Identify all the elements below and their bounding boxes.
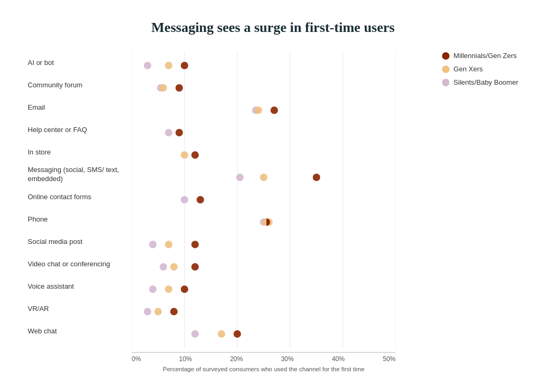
- svg-point-11: [175, 84, 183, 92]
- row-label-12: Web chat: [28, 320, 132, 342]
- svg-point-26: [149, 241, 157, 248]
- svg-point-40: [234, 330, 241, 338]
- x-tick-4: 40%: [332, 355, 344, 363]
- legend-label-mill: Millennials/Gen Zers: [454, 52, 517, 60]
- svg-point-27: [165, 241, 172, 248]
- svg-point-38: [191, 330, 199, 338]
- svg-point-6: [144, 62, 151, 69]
- svg-point-28: [191, 241, 199, 248]
- svg-point-17: [181, 151, 188, 159]
- svg-point-21: [313, 174, 320, 181]
- x-tick-1: 10%: [179, 355, 192, 363]
- legend: Millennials/Gen Zers Gen Xers Silents/Ba…: [442, 52, 518, 86]
- svg-point-29: [159, 263, 167, 271]
- svg-point-16: [175, 129, 183, 136]
- svg-point-23: [197, 196, 204, 203]
- svg-point-14: [270, 107, 278, 114]
- legend-dot-genx: [442, 66, 449, 73]
- legend-label-silent: Silents/Baby Boomer: [454, 78, 518, 86]
- svg-point-35: [144, 308, 151, 315]
- svg-point-33: [165, 285, 172, 293]
- row-label-7: Phone: [28, 208, 132, 231]
- x-tick-2: 20%: [230, 355, 243, 363]
- row-label-6: Online contact forms: [28, 186, 132, 208]
- row-label-1: Community forum: [28, 74, 132, 96]
- svg-point-32: [149, 285, 157, 293]
- chart-title: Messaging sees a surge in first-time use…: [28, 20, 518, 36]
- svg-point-30: [170, 263, 178, 271]
- legend-dot-silent: [442, 79, 449, 86]
- svg-point-20: [260, 174, 268, 181]
- row-label-3: Help center or FAQ: [28, 119, 132, 141]
- x-tick-5: 50%: [383, 355, 396, 363]
- dot-plot-svg: [132, 52, 396, 348]
- svg-point-10: [159, 84, 167, 92]
- legend-item-mill: Millennials/Gen Zers: [442, 52, 518, 60]
- x-axis-label: Percentage of surveyed consumers who use…: [132, 366, 396, 372]
- legend-item-genx: Gen Xers: [442, 65, 518, 73]
- legend-dot-mill: [442, 52, 449, 60]
- svg-point-36: [155, 308, 162, 315]
- svg-point-18: [191, 151, 199, 159]
- svg-point-8: [181, 62, 188, 69]
- chart-container: Messaging sees a surge in first-time use…: [12, 9, 534, 383]
- svg-point-22: [181, 196, 188, 203]
- legend-item-silent: Silents/Baby Boomer: [442, 78, 518, 86]
- svg-point-7: [165, 62, 172, 69]
- row-label-10: Voice assistant: [28, 275, 132, 298]
- x-axis: 0% 10% 20% 30% 40% 50%: [132, 352, 396, 363]
- legend-label-genx: Gen Xers: [454, 65, 483, 73]
- row-label-11: VR/AR: [28, 298, 132, 320]
- row-label-5: Messaging (social, SMS/ text, embedded): [28, 164, 132, 186]
- x-tick-3: 30%: [281, 355, 294, 363]
- row-label-9: Video chat or conferencing: [28, 253, 132, 275]
- svg-point-34: [181, 285, 188, 293]
- svg-point-15: [165, 129, 172, 136]
- row-label-4: In store: [28, 141, 132, 164]
- svg-point-13: [255, 107, 262, 114]
- svg-point-19: [236, 174, 244, 181]
- row-label-2: Email: [28, 96, 132, 119]
- x-tick-0: 0%: [132, 355, 141, 363]
- svg-point-39: [218, 330, 225, 338]
- svg-point-37: [170, 308, 178, 315]
- row-label-0: AI or bot: [28, 52, 132, 74]
- svg-point-31: [191, 263, 199, 271]
- labels-column: AI or botCommunity forumEmailHelp center…: [28, 52, 132, 372]
- row-label-8: Social media post: [28, 231, 132, 253]
